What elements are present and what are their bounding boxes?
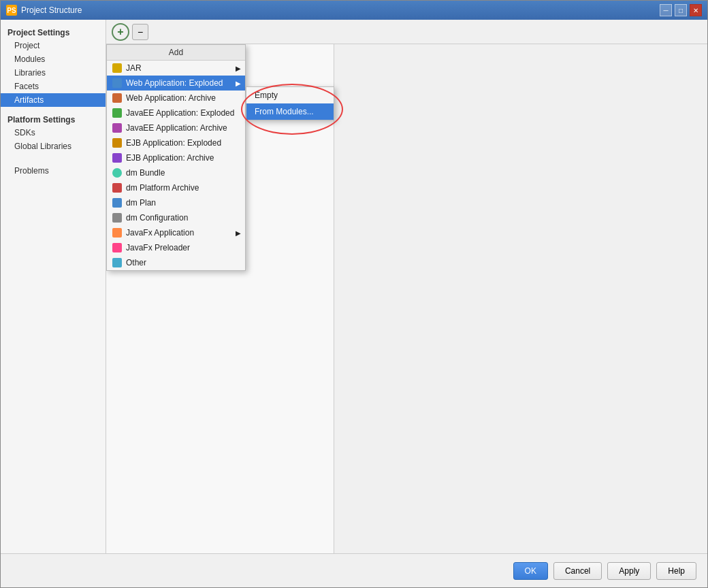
platform-settings-section-title: Platform Settings [1,112,106,126]
jar-icon [112,63,122,73]
main-area: + − Add JAR ▶ [106,20,707,553]
dropdown-item-web-app-archive[interactable]: Web Application: Archive [107,91,245,105]
dropdown-item-web-app-exploded-label: Web Application: Exploded [126,78,223,88]
dropdown-item-web-app-archive-label: Web Application: Archive [126,93,216,103]
dropdown-item-dm-platform-archive[interactable]: dm Platform Archive [107,180,245,195]
content-area: Project Settings Project Modules Librari… [1,20,707,553]
toolbar: + − [106,20,707,44]
minimize-button[interactable]: ─ [660,4,672,16]
ejb-archive-icon [112,153,122,163]
left-panel: Add JAR ▶ Web Application: Exploded ▶ [106,44,334,553]
project-settings-section-title: Project Settings [1,25,106,39]
window-title: Project Structure [21,5,82,15]
dm-platform-archive-icon [112,183,122,193]
web-app-exploded-submenu: Empty From Modules... [246,86,334,120]
dropdown-item-ejb-exploded-label: EJB Application: Exploded [126,138,221,148]
dropdown-item-ejb-archive[interactable]: EJB Application: Archive [107,150,245,165]
dropdown-item-javafx-preloader[interactable]: JavaFx Preloader [107,240,245,255]
remove-button[interactable]: − [132,24,148,40]
sidebar-item-modules[interactable]: Modules [1,52,106,66]
dropdown-item-javaee-exploded[interactable]: JavaEE Application: Exploded [107,105,245,120]
sidebar-item-libraries[interactable]: Libraries [1,66,106,80]
javafx-app-arrow-icon: ▶ [236,229,241,237]
sidebar-item-artifacts[interactable]: Artifacts [1,93,106,107]
dropdown-item-javafx-app-label: JavaFx Application [126,228,194,238]
close-button[interactable]: ✕ [690,4,702,16]
dm-bundle-icon [112,168,122,178]
sidebar-item-global-libraries[interactable]: Global Libraries [1,140,106,153]
sidebar: Project Settings Project Modules Librari… [1,20,106,553]
add-button[interactable]: + [112,23,129,41]
javafx-preloader-icon [112,243,122,252]
web-app-exploded-arrow-icon: ▶ [236,80,241,87]
javafx-app-icon [112,228,122,238]
web-app-archive-icon [112,93,122,103]
dropdown-item-other[interactable]: Other [107,255,245,270]
cancel-button[interactable]: Cancel [553,562,602,580]
dropdown-item-dm-bundle-label: dm Bundle [126,168,165,178]
dropdown-item-javaee-exploded-label: JavaEE Application: Exploded [126,108,234,118]
dropdown-item-javaee-archive[interactable]: JavaEE Application: Archive [107,120,245,135]
jar-arrow-icon: ▶ [236,65,241,72]
dropdown-item-web-app-exploded[interactable]: Web Application: Exploded ▶ [107,76,245,91]
help-button[interactable]: Help [656,562,696,580]
project-structure-window: PS Project Structure ─ □ ✕ Project Setti… [0,0,708,588]
add-dropdown-menu: Add JAR ▶ Web Application: Exploded ▶ [106,44,246,271]
dropdown-item-ejb-exploded[interactable]: EJB Application: Exploded [107,135,245,150]
sidebar-item-facets[interactable]: Facets [1,80,106,93]
other-icon [112,258,122,267]
dropdown-item-dm-platform-archive-label: dm Platform Archive [126,183,199,193]
right-panel [334,44,707,553]
dropdown-item-dm-plan-label: dm Plan [126,198,156,208]
dropdown-item-dm-configuration[interactable]: dm Configuration [107,210,245,225]
maximize-button[interactable]: □ [675,4,687,16]
dropdown-item-javaee-archive-label: JavaEE Application: Archive [126,123,227,133]
javaee-exploded-icon [112,108,122,118]
dropdown-item-dm-configuration-label: dm Configuration [126,213,188,223]
dropdown-item-javafx-preloader-label: JavaFx Preloader [126,243,190,252]
dm-plan-icon [112,198,122,208]
dropdown-item-javafx-app[interactable]: JavaFx Application ▶ [107,225,245,240]
dropdown-header: Add [107,45,245,61]
title-bar-left: PS Project Structure [6,5,82,16]
window-icon: PS [6,5,17,16]
submenu-item-from-modules[interactable]: From Modules... [246,103,334,120]
javaee-archive-icon [112,123,122,133]
title-controls: ─ □ ✕ [660,4,702,16]
dropdown-item-dm-plan[interactable]: dm Plan [107,195,245,210]
sidebar-item-project[interactable]: Project [1,39,106,52]
dropdown-item-jar-label: JAR [126,63,142,73]
sidebar-item-problems[interactable]: Problems [1,164,106,178]
title-bar: PS Project Structure ─ □ ✕ [1,1,707,20]
submenu-item-empty[interactable]: Empty [246,87,334,103]
sidebar-item-sdks[interactable]: SDKs [1,126,106,140]
bottom-bar: OK Cancel Apply Help [1,553,707,587]
dm-configuration-icon [112,213,122,223]
apply-button[interactable]: Apply [607,562,651,580]
web-app-exploded-icon [112,78,122,88]
dropdown-item-other-label: Other [126,258,146,267]
ejb-exploded-icon [112,138,122,148]
dropdown-item-dm-bundle[interactable]: dm Bundle [107,165,245,180]
dropdown-item-jar[interactable]: JAR ▶ [107,61,245,76]
content-split: Add JAR ▶ Web Application: Exploded ▶ [106,44,707,553]
ok-button[interactable]: OK [513,562,548,580]
dropdown-item-ejb-archive-label: EJB Application: Archive [126,153,214,163]
